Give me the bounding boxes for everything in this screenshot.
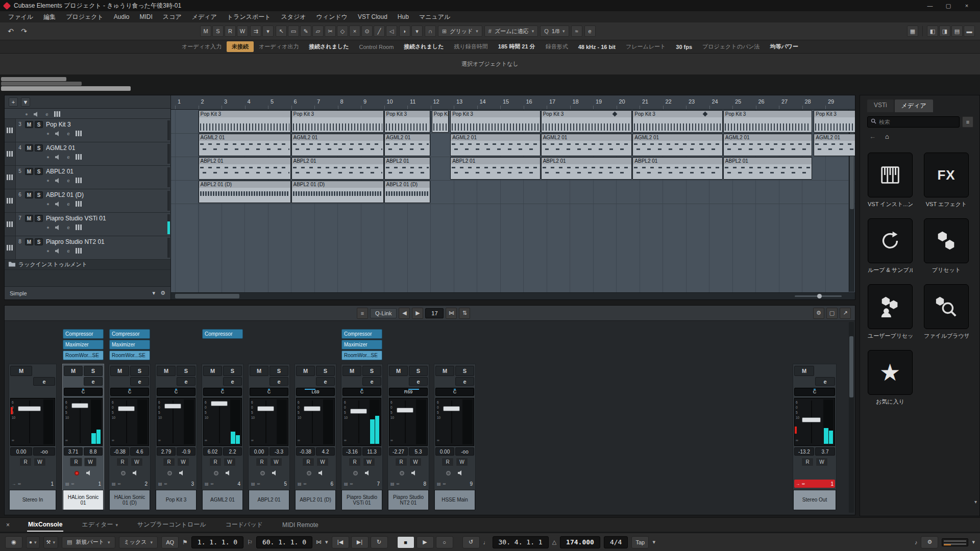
menu-item-1[interactable]: 編集 (38, 11, 61, 23)
midi-part-agml2-01[interactable]: AGML2 01 (541, 134, 632, 156)
solo-button[interactable]: S (35, 238, 43, 245)
close-button[interactable]: × (958, 0, 976, 11)
edit-channel-button[interactable]: e (455, 377, 474, 386)
add-track-button[interactable]: + (9, 97, 18, 107)
menu-item-0[interactable]: ファイル (3, 11, 38, 23)
routing-row[interactable]: ▤∞5 (250, 480, 288, 488)
mute-button[interactable]: M (25, 238, 33, 245)
fader-track[interactable] (163, 398, 183, 445)
mixer-channel-abpl2-01[interactable]: MSeC60510∞0.00-3.3RW▤∞5ABPL2 01 (248, 321, 290, 515)
pan-control[interactable]: C (157, 388, 195, 396)
routing-row[interactable]: ▤∞7 (342, 480, 381, 488)
edit-channel-icon[interactable]: e (66, 202, 71, 207)
window-icon[interactable]: ▢ (826, 308, 838, 319)
media-tile-item[interactable]: ループ & サンプル (868, 218, 913, 274)
read-all-button[interactable]: R (225, 26, 236, 37)
instrument-icon[interactable] (76, 248, 82, 254)
menu-item-10[interactable]: VST Cloud (353, 12, 393, 22)
mute-button[interactable]: M (342, 366, 361, 376)
record-enable-icon[interactable]: ● (45, 225, 51, 230)
scrollbar-handle[interactable] (849, 336, 853, 397)
iterative-quantize-icon[interactable]: ≈ (571, 26, 582, 37)
object-selection-tool[interactable]: ↖ (276, 26, 287, 37)
channel-name[interactable]: Stereo Out (793, 490, 836, 510)
mute-tool[interactable]: × (349, 26, 360, 37)
record-enable-button[interactable] (121, 471, 126, 475)
tab-item[interactable]: エディター▾ (81, 518, 119, 532)
layout-lower-zone-icon[interactable]: ▤ (951, 26, 963, 37)
quantize-dropdown[interactable]: Q 1/8 ▾ (540, 26, 569, 37)
fader-handle[interactable] (397, 408, 413, 413)
track-row-pop-kit-3[interactable]: 3MSPop Kit 3●e (5, 119, 170, 142)
monitor-button[interactable] (411, 470, 418, 475)
snap-toggle[interactable]: ∩ (425, 26, 436, 37)
record-enable-button[interactable] (446, 471, 451, 475)
prev-channel-icon[interactable]: ◀ (399, 308, 410, 319)
midi-part-abpl2-01[interactable]: ABPL2 01 (199, 157, 291, 180)
solo-button[interactable]: S (316, 366, 335, 376)
monitor-button[interactable] (179, 470, 185, 475)
mixer-channel-stereo-out[interactable]: MeC60510∞-13.23.7RW→∞1Stereo Out (793, 321, 837, 515)
solo-button[interactable]: S (35, 215, 43, 222)
record-enable-button[interactable] (353, 471, 358, 475)
write-automation-button[interactable]: W (34, 458, 46, 466)
back-icon[interactable]: ← (869, 133, 876, 140)
media-tile-item[interactable]: ★お気に入り (868, 350, 913, 406)
track-row-piapro-studio-nt2-01[interactable]: 8MSPiapro Studio NT2 01●e (5, 236, 170, 260)
mute-button[interactable]: M (296, 366, 315, 376)
gear-icon[interactable]: ⚙ (813, 308, 824, 319)
track-row-abpl2-01-d[interactable]: 6MSABPL2 01 (D)●e (5, 189, 170, 213)
undo-button[interactable]: ↶ (5, 26, 16, 37)
right-locator-icon[interactable]: ⚐ (247, 539, 253, 546)
menu-item-9[interactable]: ウィンドウ (311, 11, 353, 23)
record-enable-icon[interactable]: ● (24, 112, 29, 117)
chevron-down-icon[interactable]: ▾ (153, 290, 156, 296)
zoom-knob[interactable] (817, 294, 822, 298)
instrument-icon[interactable] (76, 224, 82, 230)
mixer-channel-halion-sonic-01-d[interactable]: CompressorMaximizerRoomWor...SEMSeC60510… (109, 321, 151, 515)
routing-row[interactable]: ▤∞1 (64, 480, 103, 488)
pan-control[interactable]: C (794, 388, 835, 396)
midi-part-abpl2-01[interactable]: ABPL2 01 (450, 157, 540, 180)
midi-part-abpl2-01-d[interactable]: ABPL2 01 (D) (384, 181, 430, 203)
read-automation-button[interactable]: R (302, 458, 314, 466)
monitor-button[interactable] (365, 470, 371, 475)
mute-button[interactable]: M (250, 366, 268, 376)
new-part-dropdown[interactable]: ▤ 新規パート ▾ (62, 536, 115, 548)
mute-button[interactable]: M (157, 366, 176, 376)
scrollbar-handle[interactable] (175, 294, 239, 298)
autoscroll-button[interactable]: ⇉ (250, 26, 261, 37)
secondary-time-display[interactable]: 60. 1. 1. 0 (256, 536, 312, 548)
menu-item-5[interactable]: スコア (158, 11, 187, 23)
routing-row[interactable]: →∞1 (10, 480, 55, 488)
insert-slot[interactable]: Compressor (109, 329, 150, 339)
onscreen-keyboard-icon[interactable]: ▦ (907, 26, 918, 37)
mixer-channel-piapro-studio-vsti-01[interactable]: CompressorMaximizerRoomWor...SEMSeC60510… (341, 321, 383, 515)
stop-button[interactable]: ■ (397, 536, 414, 548)
mixer-channel-pop-kit-3[interactable]: MSeC60510∞2.79-0.9RW▤∞3Pop Kit 3 (155, 321, 197, 515)
tab-mixconsole[interactable]: MixConsole (27, 518, 63, 532)
record-enable-button[interactable] (167, 471, 172, 475)
fader-handle[interactable] (71, 403, 88, 408)
mixer-channel-halion-sonic-01[interactable]: CompressorMaximizerRoomWor...SEMSeC60510… (62, 321, 104, 515)
menu-item-7[interactable]: トランスポート (222, 11, 276, 23)
chevron-down-icon[interactable]: ▾ (652, 539, 655, 545)
instrument-icon[interactable] (76, 154, 82, 160)
record-enable-button[interactable] (307, 471, 311, 475)
instrument-icon[interactable] (76, 201, 82, 207)
tab-midi-remote[interactable]: MIDI Remote (281, 519, 320, 531)
pan-control[interactable]: C (342, 388, 381, 396)
fader-track[interactable] (395, 398, 415, 445)
solo-button[interactable]: S (409, 366, 428, 376)
insert-slot[interactable]: Maximizer (109, 340, 150, 349)
menu-item-4[interactable]: MIDI (135, 12, 158, 22)
edit-channel-button[interactable]: e (177, 377, 195, 386)
channel-name[interactable]: HSSE Main (434, 490, 475, 510)
midi-part-pop-kit-3[interactable]: Pop Kit 3 (450, 110, 540, 133)
media-tile-vst[interactable]: FXVST エフェクト (924, 153, 969, 208)
fader-track[interactable] (70, 398, 90, 445)
mute-all-button[interactable]: M (200, 26, 211, 37)
menu-item-8[interactable]: スタジオ (276, 11, 311, 23)
midi-part-agml2-01[interactable]: AGML2 01 (199, 134, 291, 156)
midi-part-abpl2-01-d[interactable]: ABPL2 01 (D) (291, 181, 384, 203)
